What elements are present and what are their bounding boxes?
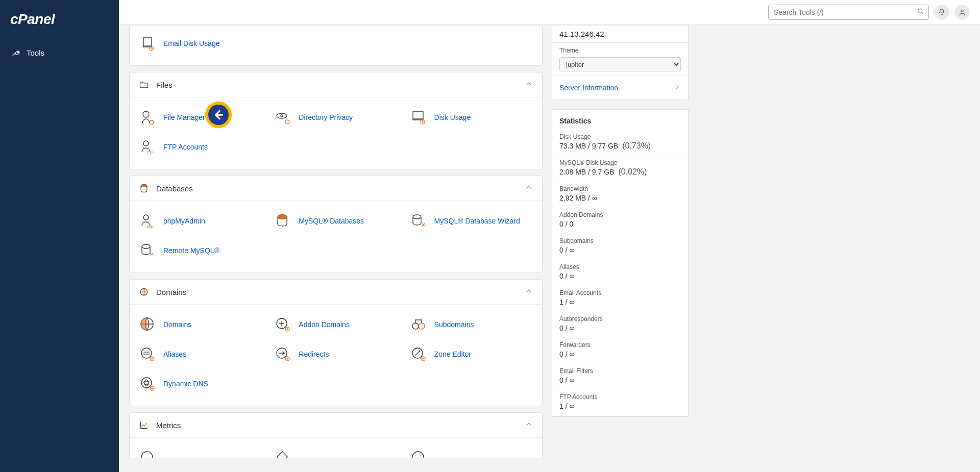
stat-label: Subdomains — [559, 237, 681, 244]
svg-point-0 — [918, 9, 922, 13]
search-icon — [917, 8, 925, 16]
chevron-up-icon — [525, 80, 533, 90]
dynamic-dns-icon — [139, 375, 156, 392]
directory-privacy-icon — [274, 109, 291, 126]
tool-redirects[interactable]: Redirects — [268, 339, 403, 369]
brand-logo: cPanel — [0, 0, 119, 39]
tool-label: Dynamic DNS — [163, 380, 208, 388]
stat-label: Email Accounts — [559, 289, 681, 296]
stat-row: MySQL® Disk Usage2.08 MB / 9.7 GB(0.02%) — [552, 156, 688, 182]
chevron-up-icon — [525, 183, 533, 193]
server-info-label: Server Information — [559, 84, 618, 92]
tools-column: Email Disk Usage Files — [129, 25, 543, 458]
user-icon — [958, 8, 966, 16]
svg-point-45 — [141, 378, 152, 388]
stat-label: Autoresponders — [559, 315, 681, 322]
aliases-icon — [139, 345, 156, 363]
tool-label: Disk Usage — [434, 113, 471, 121]
search-input[interactable] — [768, 5, 929, 20]
disk-usage-icon — [410, 109, 427, 126]
stat-value: 0 / ∞ — [559, 246, 574, 254]
addon-domains-icon — [274, 316, 291, 333]
stat-row: Autoresponders0 / ∞ — [552, 312, 688, 338]
tool-label: Zone Editor — [434, 350, 471, 358]
database-icon — [139, 183, 149, 193]
tool-ftp-accounts[interactable]: FTP FTP Accounts — [133, 132, 268, 162]
stat-value: 0 / ∞ — [559, 376, 574, 384]
tool-metrics-placeholder-3[interactable] — [404, 443, 539, 458]
tool-mysql-db-wizard[interactable]: MySQL® Database Wizard — [404, 206, 539, 236]
svg-point-41 — [419, 351, 420, 352]
theme-select[interactable]: jupiter — [559, 57, 681, 71]
tool-metrics-placeholder-2[interactable] — [268, 443, 403, 458]
theme-label: Theme — [559, 47, 681, 54]
tool-label: File Manager — [163, 113, 205, 121]
stat-row: Aliases0 / ∞ — [552, 260, 688, 286]
tool-label: Addon Domains — [299, 320, 350, 329]
account-button[interactable] — [954, 5, 970, 20]
tool-phpmyadmin[interactable]: php phpMyAdmin — [133, 206, 268, 236]
svg-point-6 — [277, 113, 287, 118]
stat-label: Email Filters — [559, 367, 681, 375]
tool-label: MySQL® Databases — [299, 217, 364, 225]
svg-point-13 — [141, 185, 147, 187]
svg-point-28 — [412, 323, 419, 329]
tool-directory-privacy[interactable]: Directory Privacy — [268, 103, 403, 132]
tool-remote-mysql[interactable]: Remote MySQL® — [133, 236, 268, 265]
panel-title: Metrics — [156, 421, 181, 430]
svg-point-49 — [141, 452, 153, 458]
tool-label: Directory Privacy — [299, 113, 353, 121]
email-disk-usage-icon — [139, 35, 156, 52]
tool-dynamic-dns[interactable]: Dynamic DNS — [133, 369, 268, 399]
topbar — [119, 0, 980, 25]
panel-databases: Databases php phpMyAdmin — [129, 176, 543, 273]
sidebar-item-tools[interactable]: Tools — [0, 43, 119, 62]
tool-email-disk-usage[interactable]: Email Disk Usage — [133, 29, 268, 58]
stat-value: 1 / ∞ — [559, 402, 574, 410]
content-area: Email Disk Usage Files — [119, 25, 980, 472]
tool-domains[interactable]: Domains — [133, 310, 268, 339]
info-theme-row: Theme jupiter — [552, 43, 688, 76]
statistics-title: Statistics — [552, 110, 688, 130]
sidebar-item-label: Tools — [27, 48, 44, 57]
stat-label: Bandwidth — [559, 185, 681, 192]
tool-zone-editor[interactable]: Zone Editor — [404, 339, 539, 369]
tool-aliases[interactable]: Aliases — [133, 339, 268, 369]
highlight-pointer-badge — [204, 101, 233, 129]
panel-title: Domains — [156, 288, 186, 296]
panel-files-header[interactable]: Files — [130, 72, 542, 97]
tool-metrics-placeholder-1[interactable] — [133, 443, 268, 458]
metrics-item-icon — [139, 449, 156, 458]
notifications-button[interactable] — [934, 5, 949, 20]
search-wrap — [768, 5, 929, 20]
svg-point-2 — [961, 10, 963, 12]
stat-label: Forwarders — [559, 341, 681, 349]
tool-addon-domains[interactable]: Addon Domains — [268, 310, 403, 339]
stat-row: Email Accounts1 / ∞ — [552, 286, 688, 312]
svg-line-1 — [922, 13, 923, 14]
tool-disk-usage[interactable]: Disk Usage — [404, 103, 539, 132]
tool-file-manager[interactable]: File Manager — [133, 103, 268, 132]
tool-label: Redirects — [299, 350, 329, 358]
panel-domains-header[interactable]: Domains — [130, 280, 542, 304]
tool-label: Subdomains — [434, 320, 474, 329]
stat-value: 0 / ∞ — [559, 350, 574, 358]
tool-label: MySQL® Database Wizard — [434, 217, 520, 225]
search-button[interactable] — [915, 6, 927, 19]
tool-subdomains[interactable]: Subdomains — [404, 310, 539, 339]
svg-point-4 — [143, 111, 149, 117]
svg-point-50 — [412, 452, 424, 458]
tools-icon — [11, 48, 20, 57]
metrics-icon — [139, 420, 149, 430]
panel-files: Files File Manager — [129, 72, 543, 169]
svg-point-30 — [141, 348, 152, 358]
stat-label: Aliases — [559, 263, 681, 270]
stat-row: Bandwidth2.92 MB / ∞ — [552, 182, 688, 208]
mysql-wizard-icon — [410, 212, 427, 230]
svg-text:FTP: FTP — [147, 151, 154, 155]
metrics-item-icon — [274, 449, 291, 458]
panel-metrics-header[interactable]: Metrics — [130, 413, 542, 437]
server-information-link[interactable]: Server Information — [552, 76, 688, 100]
tool-mysql-databases[interactable]: MySQL® Databases — [268, 206, 403, 236]
panel-databases-header[interactable]: Databases — [130, 176, 542, 201]
